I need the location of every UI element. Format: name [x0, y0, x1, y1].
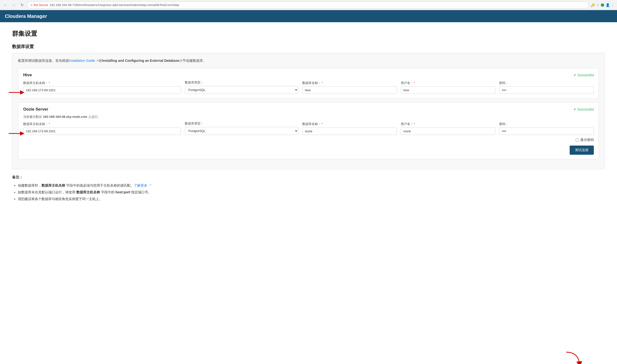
main-content: 群集设置 数据库设置 配置和测试数据库连接。首先根据Installation G…: [0, 22, 617, 364]
oozie-service-name: Oozie Server: [23, 107, 48, 112]
hive-service-name: Hive: [23, 73, 32, 78]
hive-hostname-group: 数据库主机名称：*: [23, 81, 181, 94]
test-connection-button[interactable]: 测试连接: [570, 145, 594, 155]
key-icon: 🔑: [591, 3, 595, 7]
hive-service-block: Hive ✔ Successful 数据库主机名称：*: [18, 68, 599, 99]
oozie-dbname-label: 数据库名称：*: [302, 122, 397, 126]
menu-icon: ⋮: [611, 3, 615, 7]
note-item-2: 如数据库未在其默认端口运行，请使用 数据库主机名称 字段中的 host:port…: [18, 189, 605, 195]
oozie-dbtype-group: 数据库类型： PostgreSQL MySQL Oracle MariaDB: [185, 121, 298, 135]
info-text: 配置和测试数据库连接。首先根据Installation Guide ↗的Inst…: [18, 58, 599, 63]
hive-password-input[interactable]: [499, 86, 594, 94]
note-item-1: 创建数据库时，数据库主机名称 字段中的值必须与您用于主机名称的值匹配。了解更多 …: [18, 182, 605, 189]
oozie-header: Oozie Server ✔ Successful: [23, 107, 594, 112]
notes-title: 备注：: [12, 175, 605, 180]
hive-dbtype-select[interactable]: PostgreSQL MySQL Oracle MariaDB: [185, 86, 298, 94]
learn-more-link[interactable]: 了解更多 ↗: [134, 183, 152, 187]
oozie-hostname-arrow-wrapper: [23, 128, 181, 135]
profile-status-icon: [601, 3, 604, 7]
oozie-password-label: 密码：: [499, 122, 594, 126]
show-password-checkbox[interactable]: [576, 139, 579, 142]
oozie-username-label: 用户名：*: [401, 122, 496, 126]
hive-header: Hive ✔ Successful: [23, 73, 594, 78]
oozie-arrow-icon: [9, 130, 24, 137]
hive-dbname-label: 数据库名称：*: [302, 81, 397, 85]
db-config-box: 配置和测试数据库连接。首先根据Installation Guide ↗的Inst…: [12, 53, 605, 169]
hive-dbname-group: 数据库名称：*: [302, 81, 397, 94]
hive-dbtype-label: 数据库类型：: [185, 80, 298, 85]
hive-username-input[interactable]: [401, 86, 496, 94]
oozie-fields-row: 数据库主机名称：*: [23, 121, 594, 135]
oozie-dbname-group: 数据库名称：*: [302, 122, 397, 135]
note-item-3: 强烈建议将各个数据库与相应角色实例置于同一主机上。: [18, 195, 605, 202]
hive-dbname-input[interactable]: [302, 86, 397, 94]
oozie-password-input[interactable]: [499, 128, 594, 135]
browser-chrome: ← → ↻ ⚠ Not Secure 192.168.164.49:7180/c…: [0, 0, 617, 10]
account-icon: 👤: [606, 3, 610, 7]
hive-arrow-icon: [9, 89, 24, 96]
address-bar[interactable]: ⚠ Not Secure 192.168.164.49:7180/cmf/clu…: [27, 1, 589, 9]
back-nav-button[interactable]: ←: [2, 2, 9, 8]
oozie-dbtype-select[interactable]: PostgreSQL MySQL Oracle MariaDB: [185, 127, 298, 135]
installation-guide-link[interactable]: Installation Guide ↗: [69, 59, 99, 63]
test-conn-row: 测试连接: [23, 145, 594, 155]
notes-list: 创建数据库时，数据库主机名称 字段中的值必须与您用于主机名称的值匹配。了解更多 …: [12, 182, 605, 202]
oozie-hostname-group: 数据库主机名称：*: [23, 122, 181, 135]
hive-dbtype-group: 数据库类型： PostgreSQL MySQL Oracle MariaDB: [185, 80, 298, 94]
show-password-row: 显示密码: [23, 138, 594, 142]
app-logo: Cloudera Manager: [5, 13, 47, 19]
app-header: Cloudera Manager: [0, 10, 617, 22]
hive-username-label: 用户名：*: [401, 81, 496, 85]
hive-username-group: 用户名：*: [401, 81, 496, 94]
page-title: 群集设置: [12, 29, 605, 38]
oozie-service-block: Oozie Server ✔ Successful 当前被分配在 192-168…: [18, 102, 599, 159]
oozie-hostname-label: 数据库主机名称：*: [23, 122, 181, 126]
oozie-dbtype-label: 数据库类型：: [185, 121, 298, 126]
browser-icons: 🔑 ☆ 👤 ⋮: [591, 3, 615, 7]
hive-password-group: 密码：: [499, 81, 594, 94]
hive-password-label: 密码：: [499, 81, 594, 85]
url-text: 192.168.164.49:7180/cmf/clusters/1/expre…: [50, 3, 179, 7]
hive-hostname-arrow-wrapper: [23, 86, 181, 94]
db-section-title: 数据库设置: [12, 44, 605, 50]
hive-hostname-label: 数据库主机名称：*: [23, 81, 181, 85]
oozie-username-input[interactable]: [401, 128, 496, 135]
star-icon: ☆: [596, 3, 599, 7]
forward-nav-button[interactable]: →: [11, 2, 17, 8]
oozie-username-group: 用户名：*: [401, 122, 496, 135]
oozie-running-info: 当前被分配在 192-168-164-49.sky-mobi.com 上运行。: [23, 115, 594, 119]
reload-button[interactable]: ↻: [19, 2, 25, 8]
hive-success-badge: ✔ Successful: [574, 73, 594, 77]
hive-hostname-input[interactable]: [23, 86, 181, 94]
not-secure-indicator: ⚠ Not Secure: [30, 3, 48, 7]
oozie-dbname-input[interactable]: [302, 128, 397, 135]
oozie-hostname-input[interactable]: [23, 128, 181, 135]
show-password-label[interactable]: 显示密码: [580, 138, 594, 142]
oozie-success-badge: ✔ Successful: [574, 107, 594, 111]
notes-section: 备注： 创建数据库时，数据库主机名称 字段中的值必须与您用于主机名称的值匹配。了…: [12, 175, 605, 202]
oozie-password-group: 密码：: [499, 122, 594, 135]
hive-fields-row: 数据库主机名称：*: [23, 80, 594, 94]
